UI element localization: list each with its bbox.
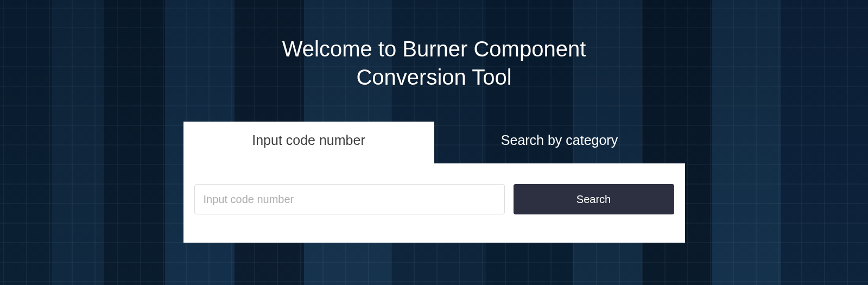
tab-input-code-number[interactable]: Input code number <box>183 122 434 163</box>
page-title: Welcome to Burner Component Conversion T… <box>228 0 641 91</box>
tab-search-by-category[interactable]: Search by category <box>434 122 685 163</box>
search-button[interactable]: Search <box>514 184 674 214</box>
tabs: Input code number Search by category <box>183 122 685 163</box>
code-number-input[interactable] <box>194 184 505 214</box>
conversion-tool: Input code number Search by category Sea… <box>183 122 685 243</box>
content: Welcome to Burner Component Conversion T… <box>0 0 868 243</box>
hero: Welcome to Burner Component Conversion T… <box>0 0 868 285</box>
input-code-panel: Search <box>183 163 685 243</box>
